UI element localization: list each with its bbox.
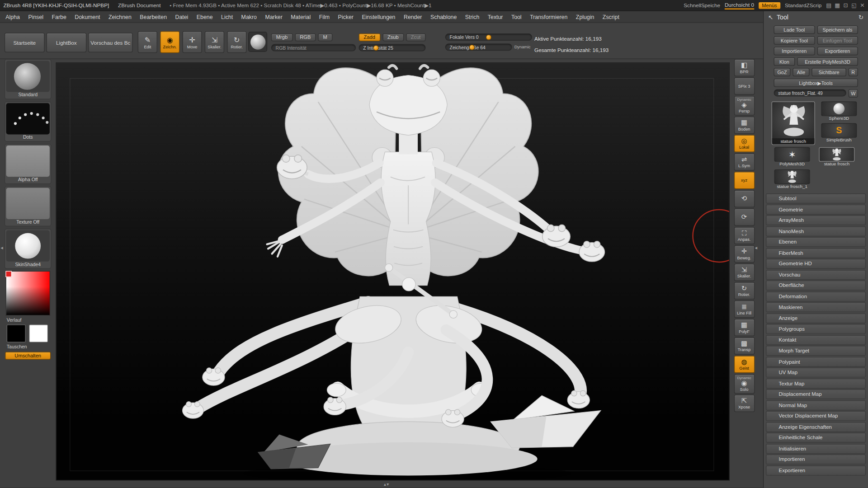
titlebar-icon[interactable]: ▦	[835, 2, 840, 9]
save-as-button[interactable]: Speichern als	[817, 26, 858, 34]
tool-section-row[interactable]: Ebenen	[766, 237, 866, 247]
shelf-button[interactable]: Dynamic ◉ Solo	[734, 374, 755, 394]
paint-mode-button[interactable]: RGB	[295, 33, 316, 41]
titlebar-icon[interactable]: ▤	[826, 2, 831, 9]
goz-all-button[interactable]: Alle	[793, 68, 809, 77]
tool-section-row[interactable]: Maskieren	[766, 302, 866, 312]
paint-mode-button[interactable]: M	[318, 33, 332, 41]
sculpt-mode-button[interactable]: Zadd	[359, 33, 380, 41]
goz-r-button[interactable]: R	[849, 68, 858, 77]
menu-item[interactable]: Schablone	[430, 14, 457, 20]
menu-item[interactable]: Alpha	[5, 14, 20, 20]
rgb-intensity-slider[interactable]: RGB Intensität	[271, 44, 356, 51]
menu-item[interactable]: Textur	[488, 14, 503, 20]
tool-section-row[interactable]: Exportieren	[766, 465, 866, 475]
shelf-button[interactable]: ⟳	[734, 208, 755, 225]
z-intensity-slider[interactable]: Z Intensität 25	[359, 44, 425, 51]
tool-section-row[interactable]: Kontakt	[766, 335, 866, 345]
tool-section-row[interactable]: FiberMesh	[766, 248, 866, 258]
tool-section-row[interactable]: Geometrie HD	[766, 259, 866, 269]
tool-section-row[interactable]: Displacement Map	[766, 389, 866, 399]
dynamic-mode-label[interactable]: Dynamic	[514, 45, 531, 50]
shelf-button[interactable]: SPix 3	[734, 78, 755, 95]
tool-name-slider[interactable]: statue frosch_Flat. 49	[774, 89, 846, 96]
shelf-button[interactable]: ⇌ L.Sym	[734, 153, 755, 170]
shelf-button[interactable]: ◎ Lokal	[734, 135, 755, 152]
tool-section-row[interactable]: Vector Displacement Map	[766, 411, 866, 421]
paint-mode-button[interactable]: Mrgb	[271, 33, 293, 41]
menu-item[interactable]: Transformieren	[530, 14, 567, 20]
statue-frosch-model[interactable]	[57, 63, 729, 480]
sculpt-mode-button[interactable]: Zsub	[382, 33, 404, 41]
palette-restore-icon[interactable]: ↻	[859, 14, 863, 21]
titlebar-icon[interactable]: ⊡	[843, 2, 848, 9]
shelf-button[interactable]: xyz	[734, 172, 755, 189]
load-tool-button[interactable]: Lade Tool	[774, 26, 815, 34]
brush-selector[interactable]: Standard	[5, 59, 52, 99]
make-polymesh-button[interactable]: Erstelle PolyMesh3D	[797, 57, 858, 66]
tool-section-row[interactable]: Morph Target	[766, 346, 866, 356]
mode-button[interactable]: ⇲ Skalier.	[205, 31, 224, 53]
tool-section-row[interactable]: Subtool	[766, 193, 866, 203]
switch-color-button[interactable]: Umschalten	[5, 352, 51, 360]
nav-button[interactable]: Startseite	[5, 33, 45, 52]
menu-item[interactable]: Farbe	[52, 14, 66, 20]
tool-thumbnail-simplebrush[interactable]: S SimpleBrush	[818, 123, 859, 143]
tool-section-row[interactable]: UV Map	[766, 367, 866, 377]
tool-section-row[interactable]: Polypaint	[766, 357, 866, 366]
tool-section-row[interactable]: Importieren	[766, 455, 866, 465]
canvas-scroll-arrows[interactable]: ▴▾	[384, 482, 389, 487]
goz-button[interactable]: GoZ	[774, 68, 790, 77]
gradient-label[interactable]: Verlauf	[5, 317, 52, 324]
texture-selector[interactable]: Texture Off	[5, 186, 52, 226]
material-selector[interactable]: SkinShade4	[5, 229, 52, 269]
menu-item[interactable]: Makro	[241, 14, 257, 20]
tool-section-row[interactable]: Deformation	[766, 291, 866, 301]
tool-thumbnail-polymesh3d[interactable]: ✶ PolyMesh3D	[772, 147, 813, 167]
menu-item[interactable]: Licht	[221, 14, 233, 20]
menu-item[interactable]: Picker	[338, 14, 354, 20]
menu-item[interactable]: Render	[404, 14, 422, 20]
secondary-color-swatch[interactable]	[29, 324, 48, 342]
menu-item[interactable]: Datei	[175, 14, 189, 20]
tool-section-row[interactable]: Geometrie	[766, 204, 866, 214]
shelf-button[interactable]: ⇱ Xpose	[734, 395, 755, 412]
shelf-button[interactable]: ≣ Line Fill	[734, 300, 755, 318]
left-tray-divider-arrow[interactable]: ◂	[0, 245, 3, 250]
mode-button[interactable]: ✎ Edit	[138, 31, 157, 53]
lightbox-tools-button[interactable]: Lightbox▶Tools	[774, 79, 858, 87]
shelf-button[interactable]: ⛶ Anpas.	[734, 227, 755, 244]
focal-shift-slider[interactable]: Fokale Vers 0	[445, 33, 532, 41]
menu-item[interactable]: Strich	[465, 14, 480, 20]
menus-toggle-button[interactable]: Menüs	[759, 2, 780, 9]
menu-item[interactable]: Dokument	[75, 14, 100, 20]
tool-thumbnail-statue-frosch[interactable]: statue frosch	[816, 147, 857, 167]
tool-section-row[interactable]: Anzeige Eigenschaften	[766, 422, 866, 432]
mode-button[interactable]: ◉ Zeichn.	[160, 31, 179, 53]
current-tool-thumbnail[interactable]: statue frosch	[772, 102, 815, 145]
shelf-button[interactable]: ◧ BPR	[734, 59, 755, 76]
tool-section-row[interactable]: Oberfläche	[766, 281, 866, 291]
mode-button[interactable]: ↻ Rotier.	[227, 31, 246, 53]
stroke-selector[interactable]: Dots	[5, 102, 52, 142]
review-slider[interactable]: Durchsicht 0	[725, 1, 754, 9]
zscript-button[interactable]: StandardZScrip	[785, 2, 821, 9]
menu-item[interactable]: Zplugin	[576, 14, 594, 20]
import-button[interactable]: Importieren	[774, 47, 815, 56]
swap-colors-label[interactable]: Tauschen	[5, 343, 52, 350]
menu-item[interactable]: Zscript	[603, 14, 619, 20]
menu-item[interactable]: Marker	[265, 14, 282, 20]
shelf-button[interactable]: ⟲	[734, 190, 755, 207]
tool-section-row[interactable]: Initialisieren	[766, 444, 866, 454]
tool-section-row[interactable]: ArrayMesh	[766, 215, 866, 225]
tool-section-row[interactable]: Normal Map	[766, 400, 866, 410]
titlebar-icon[interactable]: ◱	[851, 2, 857, 9]
shelf-button[interactable]: Dynamic ◈ Persp	[734, 96, 755, 115]
quicksave-button[interactable]: SchnellSpeiche	[684, 2, 720, 9]
paste-tool-button[interactable]: Einfügen Tool	[817, 36, 858, 45]
mode-button[interactable]: ✛ Move	[182, 31, 202, 53]
menu-item[interactable]: Ebene	[197, 14, 213, 20]
menu-item[interactable]: Zeichnen	[108, 14, 132, 20]
tool-thumbnail-statue-frosch-1[interactable]: statue frosch_1	[772, 169, 813, 189]
tool-section-row[interactable]: Anzeige	[766, 313, 866, 323]
